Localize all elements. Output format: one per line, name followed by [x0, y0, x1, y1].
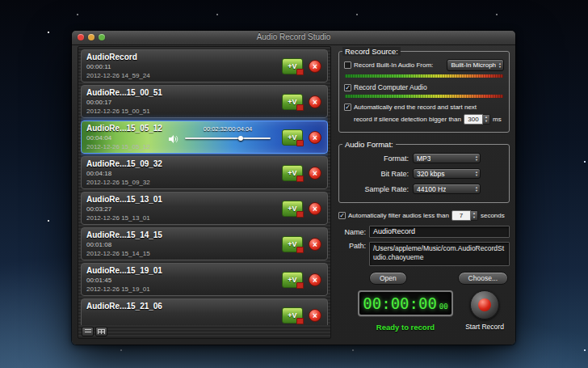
open-button[interactable]: Open — [369, 272, 407, 285]
audio-format-title: Audio Format: — [342, 140, 396, 149]
builtin-audio-label: Record Built-In Audio From: — [354, 61, 433, 69]
timer-digits: 00:00:00 — [363, 294, 437, 312]
format-label: Format: — [346, 154, 409, 163]
name-row: Name: AudioRecord — [338, 226, 510, 238]
silence-stepper[interactable]: ▲▼ — [483, 114, 490, 125]
path-buttons-row: Open Choose... — [338, 272, 510, 285]
recording-row[interactable]: AudioRe...15_00_51 00:00:17 2012-12-26 1… — [81, 85, 328, 118]
status-text: Ready to record — [358, 323, 453, 332]
filter-row: ✓ Automatically filter audios less than … — [338, 210, 510, 221]
start-record-control: Start Record — [460, 290, 510, 331]
bitrate-value: 320 kbps — [417, 170, 445, 178]
ms-label: ms — [493, 116, 502, 123]
name-input[interactable]: AudioRecord — [369, 226, 510, 238]
dropdown-arrows-icon: ▲▼ — [498, 62, 502, 68]
recorder-area: 00:00:00 00 Ready to record Start Record — [338, 290, 510, 339]
window-title: Audio Record Studio — [72, 32, 515, 41]
view-toggles — [82, 327, 107, 336]
filter-checkbox[interactable]: ✓ — [338, 212, 346, 219]
dropdown-arrows-icon: ▲▼ — [475, 171, 478, 176]
recordings-list-rows: AudioRecord 00:00:11 2012-12-26 14_59_24… — [81, 49, 328, 325]
recording-row[interactable]: AudioRe...15_09_32 00:04:18 2012-12-26 1… — [81, 156, 328, 189]
detail-view-icon — [98, 329, 105, 334]
computer-audio-label: Record Computer Audio — [354, 83, 427, 91]
recording-row[interactable]: AudioRe...15_21_06 +V × — [81, 298, 328, 325]
auto-end-row: ✓ Automatically end the record and start… — [344, 104, 504, 111]
settings-panel: Record Source: Record Built-In Audio Fro… — [338, 46, 510, 339]
record-button-icon[interactable] — [470, 290, 499, 319]
delete-button[interactable]: × — [309, 273, 321, 286]
detail-view-button[interactable] — [95, 327, 107, 336]
recording-row[interactable]: AudioRe...15_13_01 00:03:27 2012-12-26 1… — [81, 192, 328, 225]
choose-button[interactable]: Choose... — [458, 272, 508, 285]
record-source-group: Record Source: Record Built-In Audio Fro… — [338, 51, 510, 133]
playback-controls: 00:02:32/00:04:04 — [169, 131, 274, 147]
seek-knob[interactable] — [238, 136, 243, 141]
path-label: Path: — [338, 242, 366, 250]
format-value: MP3 — [417, 154, 430, 163]
timer-display: 00:00:00 00 — [358, 290, 453, 316]
filter-seconds-input[interactable]: 7 — [452, 210, 471, 221]
app-window: Audio Record Studio AudioRecord 00:00:11… — [72, 31, 515, 345]
auto-end-label: Automatically end the record and start n… — [354, 104, 477, 111]
samplerate-value: 44100 Hz — [417, 185, 446, 193]
timer-frames: 00 — [439, 302, 448, 311]
audio-file-icon: +V — [282, 129, 303, 146]
recording-row[interactable]: AudioRe...15_05_12 00:04:04 2012-12-26 1… — [81, 121, 328, 154]
auto-end-checkbox[interactable]: ✓ — [344, 104, 351, 111]
audio-file-icon: +V — [282, 272, 303, 288]
computer-audio-checkbox[interactable]: ✓ — [344, 84, 351, 91]
builtin-audio-checkbox[interactable] — [344, 61, 351, 69]
start-record-label: Start Record — [460, 323, 510, 331]
audio-file-icon: +V — [282, 58, 303, 74]
bitrate-dropdown[interactable]: 320 kbps ▲▼ — [413, 168, 481, 179]
path-input[interactable]: /Users/appleme/Music/com.AudioRecordStud… — [369, 242, 510, 266]
window-titlebar[interactable]: Audio Record Studio — [72, 31, 515, 45]
recording-row[interactable]: AudioRecord 00:00:11 2012-12-26 14_59_24… — [81, 49, 328, 82]
samplerate-row: Sample Rate: 44100 Hz ▲▼ — [346, 184, 502, 194]
delete-button[interactable]: × — [309, 167, 321, 180]
builtin-device-value: Built-In Microph — [451, 61, 496, 69]
audio-file-icon: +V — [282, 201, 303, 217]
filter-label: Automatically filter audios less than — [348, 212, 449, 219]
builtin-device-dropdown[interactable]: Built-In Microph ▲▼ — [447, 59, 504, 71]
path-row: Path: /Users/appleme/Music/com.AudioReco… — [338, 242, 510, 266]
silence-threshold-input[interactable]: 300 — [464, 114, 483, 125]
recording-row[interactable]: AudioRe...15_19_01 00:01:45 2012-12-26 1… — [81, 263, 328, 296]
format-dropdown[interactable]: MP3 ▲▼ — [413, 153, 481, 163]
builtin-audio-row: Record Built-In Audio From: Built-In Mic… — [344, 59, 504, 71]
audio-file-icon: +V — [282, 236, 303, 252]
delete-button[interactable]: × — [309, 238, 321, 251]
filter-seconds-field: 7 ▲▼ — [452, 210, 478, 221]
list-view-button[interactable] — [82, 327, 94, 336]
name-label: Name: — [338, 228, 366, 236]
speaker-icon[interactable] — [169, 133, 178, 142]
computer-audio-row: ✓ Record Computer Audio — [344, 83, 504, 91]
delete-button[interactable]: × — [309, 309, 321, 322]
seconds-label: seconds — [481, 212, 505, 219]
audio-format-group: Audio Format: Format: MP3 ▲▼ Bit Rate: 3… — [338, 144, 510, 203]
bitrate-row: Bit Rate: 320 kbps ▲▼ — [346, 168, 502, 179]
format-row: Format: MP3 ▲▼ — [346, 153, 502, 163]
samplerate-label: Sample Rate: — [346, 185, 409, 193]
bitrate-label: Bit Rate: — [346, 170, 409, 178]
seek-slider[interactable] — [185, 137, 271, 139]
dropdown-arrows-icon: ▲▼ — [475, 186, 478, 192]
record-source-title: Record Source: — [342, 47, 401, 56]
builtin-level-meter — [345, 74, 503, 78]
filter-seconds-stepper[interactable]: ▲▼ — [471, 210, 478, 221]
audio-file-icon: +V — [282, 307, 303, 324]
computer-level-meter — [345, 95, 503, 98]
audio-file-icon: +V — [282, 165, 303, 181]
samplerate-dropdown[interactable]: 44100 Hz ▲▼ — [413, 184, 481, 194]
recordings-panel: AudioRecord 00:00:11 2012-12-26 14_59_24… — [78, 46, 331, 339]
delete-button[interactable]: × — [309, 60, 321, 73]
silence-row: record if silence detection bigger than … — [354, 114, 504, 125]
silence-threshold-field: 300 ▲▼ — [464, 114, 490, 125]
delete-button[interactable]: × — [309, 95, 321, 108]
delete-button[interactable]: × — [309, 131, 321, 144]
recording-row[interactable]: AudioRe...15_14_15 00:01:08 2012-12-26 1… — [81, 227, 328, 260]
delete-button[interactable]: × — [309, 202, 321, 215]
playback-time: 00:02:32/00:04:04 — [185, 125, 271, 133]
list-view-icon — [85, 329, 91, 334]
